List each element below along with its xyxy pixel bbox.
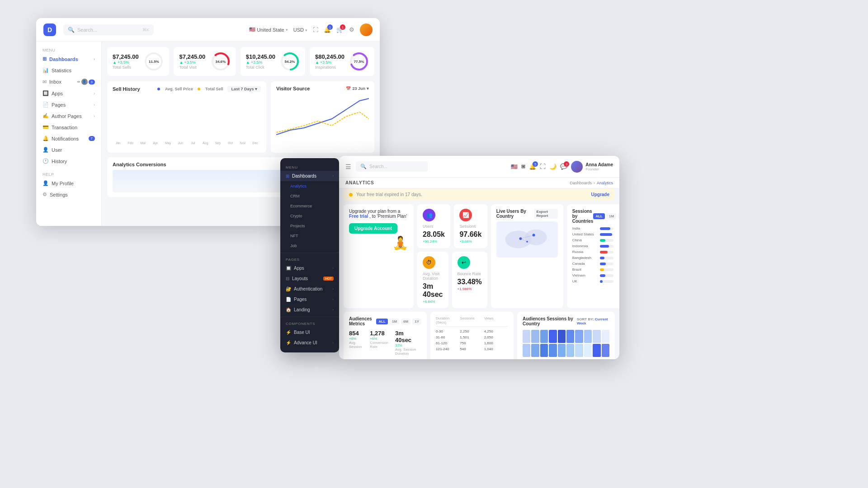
sidebar-item-user[interactable]: 👤 User [36, 144, 101, 155]
stat-info-click: $10,245.00 ▲ +3.5% Total Click [246, 53, 275, 70]
heatmap-grid [523, 330, 609, 357]
w3-notif-btn[interactable]: 🔔 5 [529, 163, 536, 170]
sidebar-item-statistics[interactable]: 📊 Statistics [36, 65, 101, 76]
inbox-edit-icon[interactable]: ✏ [77, 80, 80, 84]
w2-nav-layouts[interactable]: ⊟ Layouts HOT [280, 273, 339, 284]
w2-nav-job[interactable]: Job [280, 241, 339, 251]
w1-user-avatar[interactable] [360, 23, 373, 36]
w3-grid-icon[interactable]: ⊞ [521, 164, 525, 169]
w1-logo: D [43, 23, 56, 36]
author-icon: ✍ [42, 113, 49, 119]
donut-pct-inspirations: 77.5% [354, 60, 364, 64]
w3-chat-btn[interactable]: 💬 3 [560, 163, 567, 170]
sidebar-item-dashboards[interactable]: ⊞ Dashboards › [36, 53, 101, 65]
w2-nav-apps[interactable]: 🔲 Apps › [280, 263, 339, 273]
donut-pct-visit: 34.6% [216, 60, 226, 64]
w2-nav-dashboards[interactable]: ⊞ Dashboards › [280, 171, 339, 181]
w2-nav-landing[interactable]: 🏠 Landing › [280, 305, 339, 315]
w3-breadcrumb-home[interactable]: Dashboards [570, 181, 592, 185]
w2-divider-2 [280, 317, 339, 317]
dt-col-duration: Duration (Secs) [436, 316, 460, 324]
bounce-metric-icon: ↩ [458, 256, 470, 269]
sessions-tab-all[interactable]: ALL [593, 213, 605, 219]
live-users-title: Live Users By Country Export Report [496, 209, 558, 219]
sidebar-label-user: User [52, 147, 62, 153]
aud-session-dur-label: Avg. Session Duration [395, 347, 421, 356]
aud-conversion-value: 1,278 [370, 330, 390, 337]
w2-auth-arrow: › [332, 287, 334, 291]
w2-nav-analytics[interactable]: Analytics [280, 181, 339, 191]
cart-icon[interactable]: 🛒 1 [336, 26, 344, 33]
country-russia-name: Russia [572, 250, 597, 254]
w2-auth-label: Authentication [294, 286, 322, 291]
sidebar-item-myprofile[interactable]: 👤 My Profile [36, 178, 101, 189]
sidebar-label-pages: Pages [52, 102, 66, 108]
country-china-name: China [572, 238, 597, 242]
currency-selector[interactable]: USD ▾ [293, 27, 307, 33]
heat-cell [575, 344, 583, 357]
stat-label-inspirations: Inspirations [315, 65, 344, 70]
w2-nav-crm[interactable]: CRM [280, 191, 339, 201]
w3-menu-icon[interactable]: ☰ [345, 163, 351, 170]
w3-search[interactable]: 🔍 Search... [356, 161, 428, 172]
w3-user-info: Anna Adame Founder [585, 162, 613, 171]
notification-bell[interactable]: 🔔 1 [324, 26, 331, 33]
sessions-tab-1m[interactable]: 1M [607, 213, 616, 219]
sidebar-item-transaction[interactable]: 💳 Transaction [36, 122, 101, 133]
bottom-row: Audiences Metrics ALL 1M 6M 1Y 854 +6% A… [344, 312, 615, 359]
dt-views-0: 4,250 [484, 329, 508, 333]
author-arrow: › [94, 114, 95, 118]
map-visualization [496, 221, 558, 258]
w2-nav-advance-ui[interactable]: ⚡ Advance UI › [280, 338, 339, 348]
avg-sell-label: Avg. Sell Price [165, 87, 193, 91]
country-uk: UK 120 [572, 279, 619, 283]
w3-user-area[interactable]: Anna Adame Founder [571, 161, 613, 173]
sidebar-item-pages[interactable]: 📄 Pages › [36, 99, 101, 110]
sidebar-item-apps[interactable]: 🔲 Apps › [36, 88, 101, 99]
w2-nav-nft[interactable]: NFT [280, 231, 339, 241]
sell-chart-area: Jan Feb Mar Apr May Jun Jul Aug Sep Oct … [113, 95, 261, 145]
sidebar-item-history[interactable]: 🕐 History [36, 155, 101, 167]
w2-nav-projects[interactable]: Projects [280, 221, 339, 231]
stat-change-visit: ▲ +3.5% [179, 60, 206, 65]
aud-conversion-label: Conversion Rate [370, 341, 390, 349]
sidebar-item-notifications[interactable]: 🔔 Notifications 7 [36, 133, 101, 144]
sidebar-item-settings[interactable]: ⚙ Settings [36, 189, 101, 200]
metrics-column: 👥 Users 28.05k +96.24% 📈 Sessions 97.66k… [417, 204, 487, 308]
dt-col-sessions: Sessions [460, 316, 484, 324]
apps-icon: 🔲 [42, 90, 49, 96]
w2-nav-authentication[interactable]: 🔐 Authentication › [280, 284, 339, 294]
aud-avg-session-value: 854 [349, 330, 364, 337]
visitor-source-date[interactable]: 📅 23 Jun ▾ [346, 86, 369, 91]
upgrade-link[interactable]: Upgrade [591, 192, 609, 197]
aud-tab-6m[interactable]: 6M [401, 319, 410, 324]
export-report-button[interactable]: Export Report [534, 209, 558, 219]
w1-search[interactable]: 🔍 Search... ⌘K [63, 24, 154, 35]
upgrade-account-button[interactable]: Upgrade Account [349, 223, 397, 234]
w2-nav-base-ui[interactable]: ⚡ Base UI [280, 327, 339, 338]
w2-nav-ecommerce[interactable]: Ecommerce [280, 201, 339, 211]
duration-value: 3m 40sec [423, 282, 443, 299]
w2-nav-pages[interactable]: 📄 Pages › [280, 294, 339, 305]
sidebar-item-author-pages[interactable]: ✍ Author Pages › [36, 110, 101, 122]
aud-tab-all[interactable]: ALL [376, 319, 388, 324]
aud-tab-1m[interactable]: 1M [390, 319, 399, 324]
upgrade-card-text: Upgrade your plan from a Free trial , to… [349, 209, 408, 219]
sell-history-label: Sell History [113, 86, 140, 92]
settings-icon[interactable]: ⚙ [349, 26, 354, 33]
w2-dashboards-label: Dashboards [292, 174, 316, 178]
w3-fullscreen-btn[interactable]: ⛶ [540, 163, 546, 170]
x-may: May [162, 141, 174, 145]
country-canada: Canada 680 [572, 262, 619, 266]
dt-views-2: 1,600 [484, 341, 508, 345]
sort-value[interactable]: Current Week [577, 317, 608, 325]
w2-nav-crypto[interactable]: Crypto [280, 211, 339, 221]
aud-tab-1y[interactable]: 1Y [412, 319, 421, 324]
sell-filter[interactable]: Last 7 Days ▾ [227, 86, 261, 92]
visitor-source-title: Visitor Source 📅 23 Jun ▾ [276, 86, 369, 91]
expand-icon[interactable]: ⛶ [313, 27, 318, 33]
sessions-tab-6m[interactable]: 6M [618, 213, 619, 219]
w3-chat-badge: 3 [564, 161, 569, 167]
sidebar-item-inbox[interactable]: ✉ Inbox ✏ 👤 3 [36, 76, 101, 88]
w3-moon-btn[interactable]: 🌙 [549, 163, 557, 170]
